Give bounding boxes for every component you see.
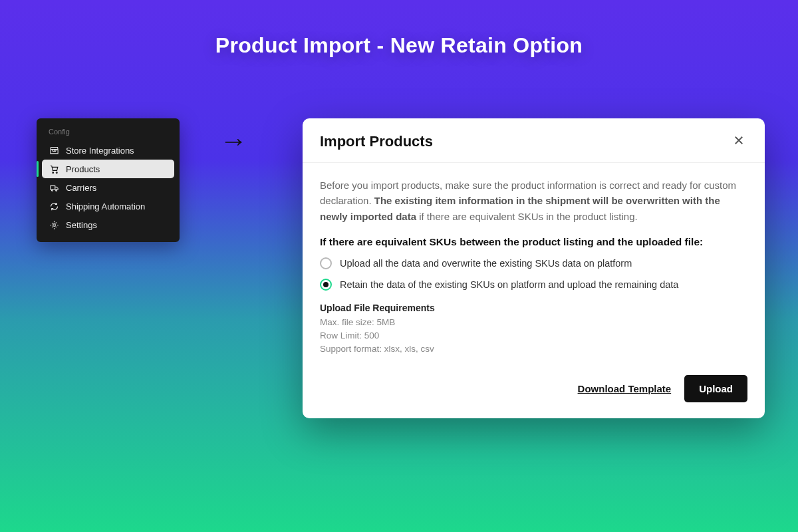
intro-text: Before you import products, make sure th… <box>320 178 747 224</box>
requirement-line: Row Limit: 500 <box>320 329 747 342</box>
upload-requirements: Upload File Requirements Max. file size:… <box>320 303 747 356</box>
config-sidebar: Config Store Integrations Products Carri… <box>37 118 180 242</box>
automation-icon <box>49 201 59 211</box>
sidebar-item-label: Carriers <box>66 183 96 193</box>
sidebar-item-settings[interactable]: Settings <box>42 215 174 234</box>
requirements-title: Upload File Requirements <box>320 303 747 313</box>
cart-icon <box>49 164 59 174</box>
sidebar-item-label: Settings <box>66 220 97 230</box>
svg-point-3 <box>55 190 57 191</box>
store-icon <box>49 145 59 156</box>
sidebar-item-label: Shipping Automation <box>66 201 145 211</box>
close-button[interactable] <box>730 133 747 150</box>
option-overwrite[interactable]: Upload all the data and overwrite the ex… <box>320 257 747 269</box>
sidebar-item-label: Store Integrations <box>66 146 134 156</box>
download-template-link[interactable]: Download Template <box>578 383 672 394</box>
truck-icon <box>49 182 59 193</box>
arrow-icon: → <box>219 125 247 157</box>
sidebar-item-label: Products <box>66 164 100 174</box>
sidebar-item-products[interactable]: Products <box>42 160 174 178</box>
import-products-modal: Import Products Before you import produc… <box>303 118 765 418</box>
svg-point-1 <box>56 172 57 173</box>
gear-icon <box>49 219 59 230</box>
sidebar-item-shipping-automation[interactable]: Shipping Automation <box>42 197 174 215</box>
page-title: Product Import - New Retain Option <box>215 33 583 58</box>
radio-selected-icon <box>320 279 332 291</box>
option-label: Upload all the data and overwrite the ex… <box>340 258 632 269</box>
option-label: Retain the data of the existing SKUs on … <box>340 279 678 290</box>
option-retain[interactable]: Retain the data of the existing SKUs on … <box>320 279 747 291</box>
modal-title: Import Products <box>320 133 433 150</box>
modal-body: Before you import products, make sure th… <box>303 163 765 363</box>
upload-button[interactable]: Upload <box>684 375 747 402</box>
sidebar-item-carriers[interactable]: Carriers <box>42 178 174 197</box>
modal-header: Import Products <box>303 118 765 163</box>
sidebar-heading: Config <box>42 128 174 141</box>
svg-point-0 <box>52 172 53 173</box>
options-heading: If there are equivalent SKUs between the… <box>320 236 747 248</box>
intro-post: if there are equivalent SKUs in the prod… <box>416 211 638 222</box>
svg-point-2 <box>51 190 53 191</box>
radio-unselected-icon <box>320 257 332 269</box>
requirement-line: Max. file size: 5MB <box>320 316 747 329</box>
requirement-line: Support format: xlsx, xls, csv <box>320 342 747 356</box>
close-icon <box>733 133 745 150</box>
sidebar-item-store-integrations[interactable]: Store Integrations <box>42 141 174 160</box>
svg-point-4 <box>53 223 55 226</box>
modal-footer: Download Template Upload <box>303 363 765 418</box>
